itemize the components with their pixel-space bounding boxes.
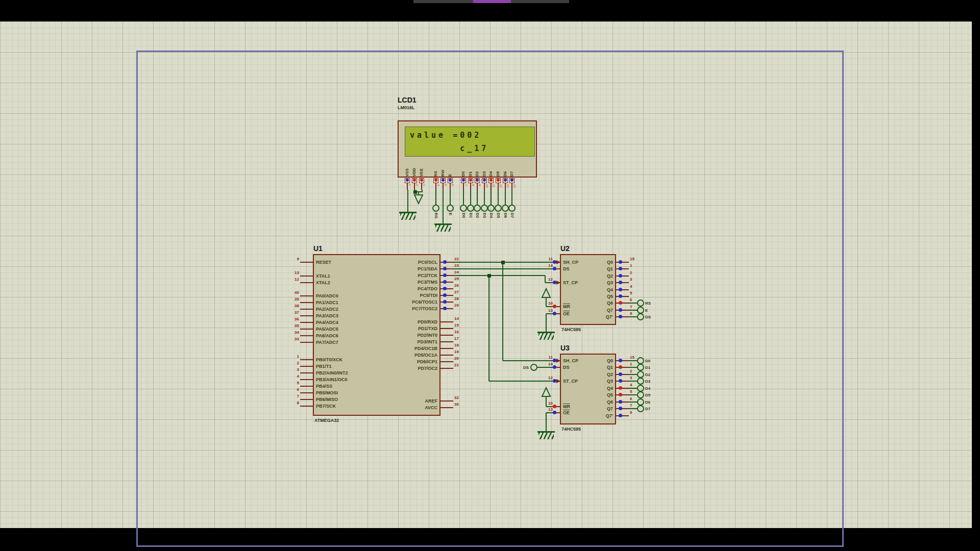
pin-state-dot [619,359,622,362]
terminal-d7[interactable] [637,405,644,412]
wire-segment[interactable] [470,190,471,206]
terminal-rs[interactable] [432,205,439,212]
terminal-d4[interactable] [487,205,495,212]
terminal-rs[interactable] [637,299,644,307]
terminal-d7[interactable] [508,205,516,212]
pin-number: 13 [506,184,509,188]
pin-name: PA2/ADC2 [316,307,338,312]
wire-segment[interactable] [546,413,547,431]
pin-number: 17 [454,336,459,341]
wire-segment[interactable] [450,190,451,206]
power-terminal-up-icon[interactable] [541,387,551,398]
wire-segment[interactable] [443,190,444,223]
terminal-d3[interactable] [481,205,488,212]
pin-stub [440,400,453,402]
wire-segment[interactable] [491,190,492,206]
pin-number: 27 [454,290,459,294]
terminal-e[interactable] [637,307,644,314]
wire-segment[interactable] [498,190,499,206]
pin-number: 5 [630,291,632,295]
terminal-ds[interactable] [530,364,537,371]
wire-segment[interactable] [463,190,464,206]
pin-state-dot [406,179,409,182]
wire-segment[interactable] [489,381,554,382]
pin-number: 5 [630,389,632,394]
pin-name: Q4 [567,287,613,292]
pin-state-dot [462,179,465,182]
pin-number: 32 [454,395,459,400]
pin-state-dot [442,179,445,182]
wire-segment[interactable] [505,190,506,206]
pin-name: RESET [316,260,331,265]
wire-segment[interactable] [537,367,554,368]
terminal-d5[interactable] [495,205,502,212]
wire-segment[interactable] [407,190,408,212]
wire-segment[interactable] [546,314,547,332]
pin-state-dot [553,267,556,270]
pin-number: 14 [513,184,516,188]
terminal-d2[interactable] [637,371,644,378]
wire-segment[interactable] [503,360,554,361]
pin-stub [414,183,415,190]
pin-number: 7 [464,184,468,186]
pin-number: 37 [289,310,299,315]
pin-stub [616,367,629,368]
refdes-label: U2 [560,244,570,253]
terminal-d4[interactable] [637,385,644,392]
pin-stub [440,308,453,309]
part-number-label: ATMEGA32 [314,418,339,423]
terminal-d3[interactable] [637,378,644,385]
pin-stub [616,360,629,361]
pin-stub [616,408,629,409]
video-scrubber[interactable] [413,0,569,3]
pin-state-dot [619,294,622,298]
terminal-label: D1 [645,365,650,370]
terminal-label: D6 [503,213,508,224]
terminal-d0[interactable] [637,357,644,364]
pin-number: 7 [630,305,632,309]
pin-stub [470,183,471,190]
wire-segment[interactable] [435,190,436,206]
pin-number: 7 [289,394,299,398]
pin-name: PD1/TXD [391,326,437,331]
terminal-label: D7 [645,407,650,411]
wire-segment[interactable] [453,268,554,269]
pin-stub [616,394,629,395]
terminal-e[interactable] [447,205,454,212]
terminal-d1[interactable] [637,364,644,371]
pin-stub [616,262,629,263]
pin-state-dot [553,379,556,383]
terminal-ds[interactable] [637,313,644,320]
pin-number: 14 [543,263,553,268]
power-terminal-up-icon[interactable] [541,288,551,299]
terminal-label: E [645,308,648,313]
pin-state-dot [619,365,622,369]
pin-name: Q3 [567,379,613,384]
pin-stub [440,282,453,283]
pin-name: Q5 [567,392,613,397]
wire-segment[interactable] [453,275,545,276]
pin-number: 8 [472,184,475,186]
lcd-pin-name: D6 [503,158,508,177]
pin-stub [440,295,453,296]
terminal-d5[interactable] [637,391,644,398]
power-terminal-down-icon[interactable] [413,194,424,205]
pin-number: 21 [454,363,459,367]
pin-stub [440,288,453,289]
wire-segment[interactable] [477,190,478,206]
wire-segment[interactable] [511,190,512,206]
pin-name: Q0 [567,358,613,363]
lcd-screen: value =002 c_17 [405,127,535,157]
pin-stub [440,361,453,362]
wire-segment[interactable] [484,190,485,206]
terminal-d2[interactable] [474,205,481,212]
pin-state-dot [510,179,513,182]
terminal-d6[interactable] [502,205,509,212]
terminal-d1[interactable] [467,205,474,212]
clock-pin-arrow-icon [556,359,560,363]
wire-junction [413,190,417,194]
wire-segment[interactable] [488,276,489,381]
terminal-d6[interactable] [637,398,644,406]
wire-segment[interactable] [502,262,503,361]
terminal-d0[interactable] [460,205,467,212]
